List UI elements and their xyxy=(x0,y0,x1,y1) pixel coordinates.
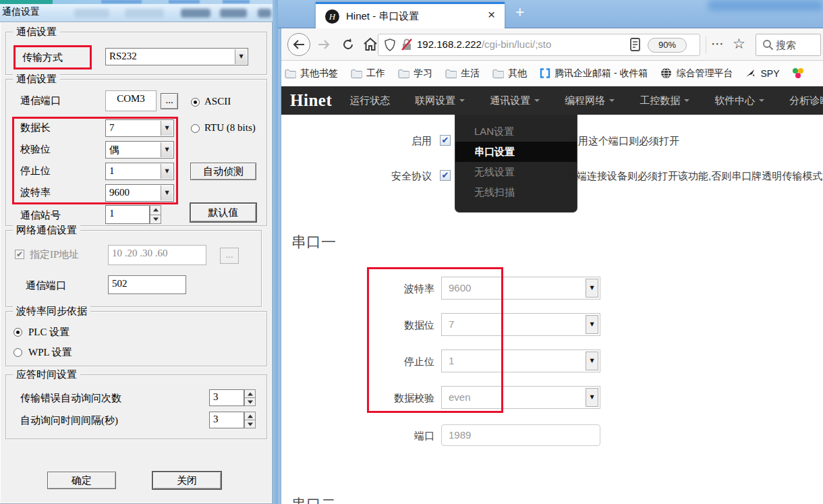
spin-down-icon[interactable] xyxy=(150,215,161,225)
dropdown-arrow-icon[interactable]: ▼ xyxy=(586,315,598,334)
comm-group-title: 通信设置 xyxy=(13,26,60,38)
interval-stepper[interactable] xyxy=(244,412,256,428)
blurred-background-item xyxy=(125,9,164,18)
bookmark-folder-life[interactable]: 生活 xyxy=(445,67,480,80)
menu-item-lan[interactable]: LAN设置 xyxy=(455,121,577,142)
nav-item-network-settings[interactable]: 联网设置 xyxy=(415,94,465,107)
baud-rate-value: 9600 xyxy=(109,187,130,198)
nav-label: 分析诊断 xyxy=(789,94,823,107)
nav-item-diagnostics[interactable]: 分析诊断 xyxy=(789,94,823,107)
baud-rate-select[interactable]: 9600 ▼ xyxy=(105,184,174,202)
autodetect-button[interactable]: 自动侦测 xyxy=(190,163,256,180)
dialog-title: 通信设置 xyxy=(2,6,40,18)
nav-item-comm-settings[interactable]: 通讯设置 xyxy=(490,94,540,107)
bookmark-folder-misc[interactable]: 其他 xyxy=(492,67,527,80)
menu-item-serial[interactable]: 串口设置 xyxy=(455,142,577,162)
bookmark-tencent-mail[interactable]: 腾讯企业邮箱 - 收件箱 xyxy=(540,67,648,80)
station-number-input[interactable]: 1 xyxy=(105,205,150,224)
insecure-lock-icon[interactable] xyxy=(401,38,413,51)
spin-up-icon[interactable] xyxy=(150,205,161,215)
baud-rate-select-web[interactable]: 9600 ▼ xyxy=(441,277,600,300)
retry-count-stepper[interactable] xyxy=(244,389,256,406)
ip-address-input[interactable]: 10 .20 .30 .60 xyxy=(108,245,206,265)
communication-settings-dialog: 通信设置 传输方式 RS232 ▼ 通信设置 通信端口 COM3 ... ASC… xyxy=(0,22,273,504)
dropdown-arrow-icon[interactable]: ▼ xyxy=(161,142,173,157)
dropdown-arrow-icon[interactable]: ▼ xyxy=(161,121,173,136)
data-length-select[interactable]: 7 ▼ xyxy=(105,119,174,137)
bookmark-star-icon[interactable]: ☆ xyxy=(733,36,745,52)
spin-down-icon[interactable] xyxy=(244,398,256,406)
bookmark-folder-other-bookmarks[interactable]: 其他书签 xyxy=(285,67,338,80)
menu-item-wireless[interactable]: 无线设置 xyxy=(455,162,577,182)
zoom-level-badge[interactable]: 90% xyxy=(648,38,687,53)
wpl-setting-radio[interactable] xyxy=(13,348,22,357)
ascii-radio[interactable] xyxy=(191,98,200,107)
page-actions-icon[interactable]: ⋯ xyxy=(711,36,725,51)
browser-tab[interactable]: H Hinet - 串口设置 × xyxy=(316,2,505,28)
nav-label: 编程网络 xyxy=(565,94,605,107)
port-input-web[interactable]: 1989 xyxy=(441,424,600,446)
dropdown-arrow-icon[interactable]: ▼ xyxy=(586,388,598,407)
dialog-titlebar[interactable]: 通信设置 xyxy=(0,0,278,22)
browser-window-border xyxy=(278,28,281,504)
close-button[interactable]: 关闭 xyxy=(152,472,221,489)
spin-down-icon[interactable] xyxy=(244,420,256,428)
dropdown-arrow-icon[interactable]: ▼ xyxy=(586,352,598,370)
dropdown-arrow-icon[interactable]: ▼ xyxy=(586,279,598,298)
blurred-background-item xyxy=(181,9,210,18)
comm-port-value: COM3 xyxy=(105,90,157,111)
nav-item-industrial-data[interactable]: 工控数据 xyxy=(640,94,689,107)
bookmark-folder-study[interactable]: 学习 xyxy=(398,67,432,80)
spin-up-icon[interactable] xyxy=(244,389,256,398)
bookmark-spy[interactable]: SPY xyxy=(745,68,779,79)
forward-icon[interactable] xyxy=(317,39,331,50)
site-logo[interactable]: Hinet xyxy=(290,91,332,110)
baud-rate-label: 波特率 xyxy=(20,186,51,199)
stop-bit-label: 停止位 xyxy=(20,165,51,177)
url-text[interactable]: 192.168.2.222/cgi-bin/luci/;sto xyxy=(417,38,551,50)
network-port-label: 通信端口 xyxy=(26,279,66,292)
bookmark-management-platform[interactable]: 综合管理平台 xyxy=(660,67,733,80)
tab-close-icon[interactable]: × xyxy=(488,7,495,22)
transfer-mode-select[interactable]: RS232 ▼ xyxy=(105,48,248,65)
plc-setting-radio[interactable] xyxy=(13,328,22,337)
stop-bits-select[interactable]: 1 ▼ xyxy=(441,349,600,372)
nav-label: 联网设置 xyxy=(415,94,455,107)
spin-up-icon[interactable] xyxy=(244,412,256,420)
data-parity-select[interactable]: even ▼ xyxy=(441,386,600,409)
rtu-radio[interactable] xyxy=(191,124,200,133)
comm-port-browse-button[interactable]: ... xyxy=(161,93,178,109)
dropdown-arrow-icon[interactable]: ▼ xyxy=(235,49,247,64)
retry-count-input[interactable]: 3 xyxy=(209,389,244,406)
interval-input[interactable]: 3 xyxy=(209,412,244,428)
back-icon[interactable] xyxy=(292,39,306,50)
menu-item-wireless-scan[interactable]: 无线扫描 xyxy=(455,182,577,202)
parity-select[interactable]: 偶 ▼ xyxy=(105,141,174,159)
station-number-stepper[interactable] xyxy=(150,205,161,224)
dropdown-arrow-icon[interactable]: ▼ xyxy=(161,164,173,179)
bookmark-folder-work[interactable]: 工作 xyxy=(351,67,385,80)
home-icon[interactable] xyxy=(363,37,378,51)
desktop-streak xyxy=(169,0,200,3)
nav-item-software-center[interactable]: 软件中心 xyxy=(714,94,764,107)
specify-ip-checkbox[interactable]: ✔ xyxy=(15,250,24,259)
reload-icon[interactable] xyxy=(341,38,355,51)
stop-bit-select[interactable]: 1 ▼ xyxy=(105,163,174,180)
ok-button[interactable]: 确定 xyxy=(47,472,116,489)
new-tab-button[interactable]: + xyxy=(515,3,524,22)
reader-mode-icon[interactable] xyxy=(630,38,640,51)
network-port-input[interactable]: 502 xyxy=(108,275,186,294)
nav-item-programming[interactable]: 编程网络 xyxy=(565,94,615,107)
nav-item-status[interactable]: 运行状态 xyxy=(349,94,390,107)
data-bits-select[interactable]: 7 ▼ xyxy=(441,313,600,336)
shield-icon[interactable] xyxy=(385,38,395,51)
dropdown-arrow-icon[interactable]: ▼ xyxy=(161,186,173,200)
security-protocol-checkbox[interactable]: ✔ xyxy=(440,170,451,181)
toolbar-divider xyxy=(706,36,706,54)
default-values-button[interactable]: 默认值 xyxy=(190,203,256,222)
enable-checkbox[interactable]: ✔ xyxy=(440,135,451,146)
bookmark-colorful[interactable] xyxy=(792,67,804,79)
chevron-down-icon xyxy=(759,99,764,102)
bookmark-label: 生活 xyxy=(461,67,480,80)
bookmark-label: 其他书签 xyxy=(300,67,338,80)
